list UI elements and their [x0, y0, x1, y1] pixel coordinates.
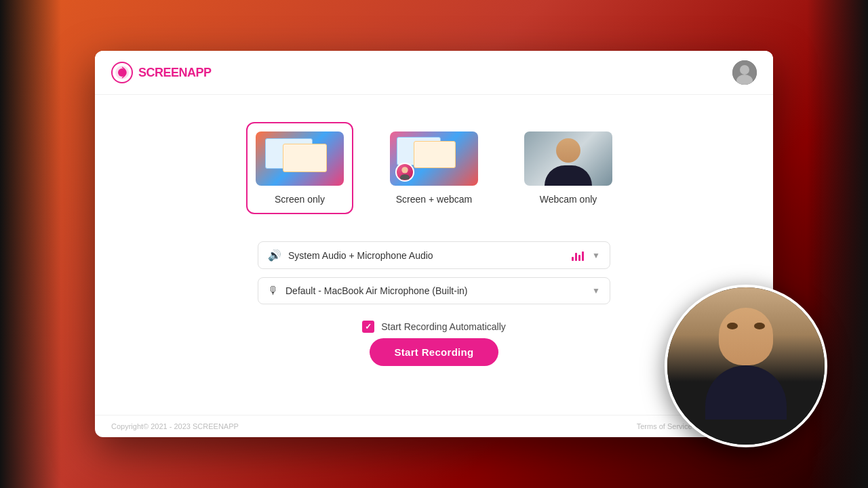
thumb-screen-only: [256, 131, 344, 186]
checkmark-icon: ✓: [365, 322, 372, 331]
header: SCREENAPP: [95, 51, 773, 95]
bar-4: [582, 251, 584, 261]
copyright-text: Copyright© 2021 - 2023 SCREENAPP: [111, 422, 239, 430]
audio-level-bars: [572, 250, 584, 261]
audio-icon: 🔊: [268, 249, 281, 262]
mode-label-webcam-only: Webcam only: [540, 194, 597, 205]
bar-1: [572, 257, 574, 261]
thumb-screen-webcam: [390, 131, 478, 186]
auto-record-row: ✓ Start Recording Automatically: [362, 321, 506, 333]
microphone-select[interactable]: 🎙 Default - MacBook Air Microphone (Buil…: [258, 277, 610, 304]
auto-record-checkbox[interactable]: ✓: [362, 321, 374, 333]
logo-icon: [111, 62, 133, 83]
webcam-face: [556, 138, 580, 163]
thumb-sw-w2: [414, 141, 456, 168]
mode-card-webcam-only[interactable]: Webcam only: [515, 122, 622, 214]
chevron-down-icon-2: ▼: [592, 286, 600, 296]
thumb-art: [256, 131, 344, 186]
thumb-art-sw: [390, 131, 478, 186]
audio-controls: 🔊 System Audio + Microphone Audio ▼ 🎙 De…: [258, 241, 610, 304]
webcam-overlay: [665, 285, 827, 447]
logo-app: APP: [187, 66, 212, 79]
auto-record-label: Start Recording Automatically: [381, 321, 506, 332]
footer: Copyright© 2021 - 2023 SCREENAPP Terms o…: [95, 415, 773, 437]
system-audio-select[interactable]: 🔊 System Audio + Microphone Audio ▼: [258, 241, 610, 269]
start-recording-button[interactable]: Start Recording: [370, 338, 498, 366]
webcam-body-shape: [705, 365, 787, 420]
thumb-sw-cam: [395, 163, 414, 182]
svg-point-4: [740, 65, 749, 75]
webcam-person: [667, 287, 825, 445]
mode-card-screen-webcam[interactable]: Screen + webcam: [380, 122, 488, 214]
thumb-window-2: [283, 144, 327, 172]
system-audio-label: System Audio + Microphone Audio: [288, 250, 572, 261]
thumb-webcam-only: [524, 131, 612, 186]
mode-card-screen-only[interactable]: Screen only: [246, 122, 353, 214]
mode-label-screen-only: Screen only: [275, 194, 325, 205]
logo: SCREENAPP: [111, 62, 212, 83]
svg-point-6: [401, 167, 408, 173]
svg-point-7: [400, 174, 410, 180]
webcam-body: [545, 165, 592, 186]
webcam-face-circle: [719, 308, 773, 365]
terms-of-service-link[interactable]: Terms of Service: [637, 422, 692, 430]
mode-cards-container: Screen only Sc: [246, 122, 622, 214]
thumb-art-webcam: [524, 131, 612, 186]
bar-2: [575, 253, 577, 261]
mic-icon: 🎙: [268, 285, 279, 297]
avatar-icon: [732, 60, 757, 85]
user-avatar[interactable]: [732, 60, 757, 85]
logo-screen: SCREEN: [138, 66, 187, 79]
bar-3: [578, 255, 580, 261]
microphone-label: Default - MacBook Air Microphone (Built-…: [285, 285, 592, 296]
chevron-down-icon: ▼: [592, 251, 600, 260]
logo-text: SCREENAPP: [138, 66, 212, 80]
mode-label-screen-webcam: Screen + webcam: [396, 194, 472, 205]
